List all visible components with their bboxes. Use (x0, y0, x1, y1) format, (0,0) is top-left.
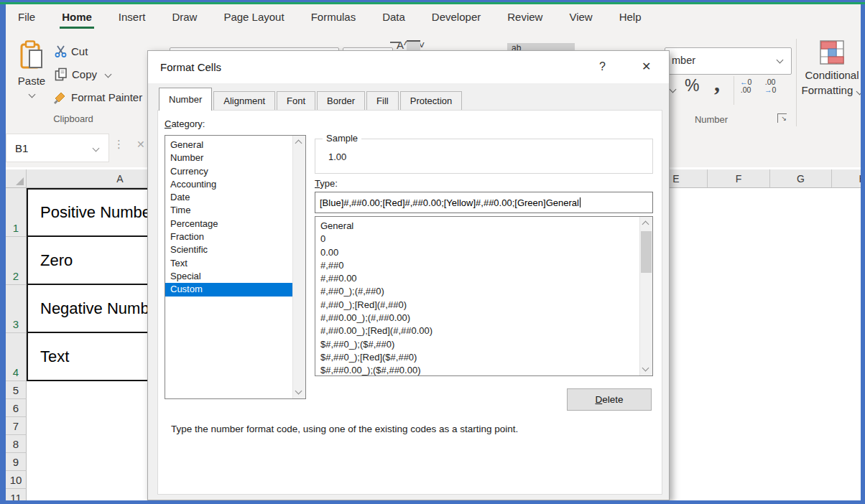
type-item[interactable]: General (315, 220, 652, 233)
dialog-title-bar[interactable]: Format Cells ? ✕ (148, 51, 669, 83)
type-scrollbar[interactable] (639, 217, 652, 375)
type-item[interactable]: 0 (315, 233, 652, 246)
row-header-1[interactable]: 1 (6, 188, 27, 237)
category-label: Category: (165, 118, 205, 129)
paste-dropdown-chevron-icon[interactable] (28, 91, 35, 98)
ribbon-tab-formulas[interactable]: Formulas (311, 11, 356, 23)
dialog-tab-font[interactable]: Font (277, 91, 315, 111)
type-item[interactable]: $#,##0.00_);($#,##0.00) (315, 364, 652, 376)
ribbon-tab-review[interactable]: Review (507, 11, 542, 23)
dialog-tab-number[interactable]: Number (159, 88, 212, 111)
decrease-decimal-button[interactable]: ←0 .00 (740, 78, 751, 94)
ribbon-tab-developer[interactable]: Developer (432, 11, 481, 23)
ribbon-tab-draw[interactable]: Draw (172, 11, 197, 23)
format-painter-button[interactable]: Format Painter (53, 90, 142, 104)
category-item[interactable]: Accounting (165, 178, 294, 191)
type-item[interactable]: $#,##0_);[Red]($#,##0) (315, 351, 652, 364)
ribbon-tab-page-layout[interactable]: Page Layout (223, 11, 284, 23)
category-item[interactable]: Currency (165, 165, 294, 178)
type-item[interactable]: #,##0.00 (315, 272, 652, 285)
paste-label: Paste (16, 75, 47, 87)
dialog-tab-alignment[interactable]: Alignment (213, 91, 275, 111)
category-item[interactable]: General (165, 139, 294, 151)
column-header-f[interactable]: F (708, 169, 770, 188)
dialog-tab-protection[interactable]: Protection (400, 91, 463, 111)
group-divider (796, 39, 797, 126)
ribbon-tab-help[interactable]: Help (619, 11, 642, 23)
ribbon-tab-data[interactable]: Data (382, 11, 405, 23)
delete-button[interactable]: Delete (567, 388, 652, 411)
ribbon-tab-insert[interactable]: Insert (119, 11, 146, 23)
type-item[interactable]: #,##0_);(#,##0) (315, 285, 652, 298)
type-item[interactable]: 0.00 (315, 246, 652, 259)
conditional-formatting-button[interactable]: Conditional Formatting (799, 40, 865, 98)
category-item[interactable]: Number (165, 151, 294, 164)
category-scrollbar[interactable] (292, 136, 305, 398)
type-item[interactable]: #,##0.00_);(#,##0.00) (315, 312, 652, 325)
scroll-down-icon[interactable] (295, 388, 302, 395)
ribbon-tab-home[interactable]: Home (62, 11, 92, 23)
row-header-3[interactable]: 3 (6, 285, 27, 333)
number-group-label: Number (675, 114, 747, 125)
dialog-tab-strip: Number Alignment Font Border Fill Protec… (159, 88, 463, 111)
dialog-help-button[interactable]: ? (599, 60, 606, 73)
row-header-9[interactable]: 9 (6, 453, 27, 471)
type-listbox[interactable]: General 0 0.00 #,##0 #,##0.00 #,##0_);(#… (315, 216, 653, 376)
type-item[interactable]: #,##0 (315, 259, 652, 272)
category-item-selected[interactable]: Custom (165, 283, 294, 296)
increase-decimal-button[interactable]: .00 →0 (764, 78, 776, 94)
category-item[interactable]: Special (165, 270, 294, 283)
copy-dropdown-chevron-icon[interactable] (105, 71, 112, 78)
paste-button[interactable]: Paste (16, 40, 47, 100)
scrollbar-thumb[interactable] (641, 231, 652, 273)
comma-style-button[interactable]: , (714, 70, 720, 97)
category-item[interactable]: Date (165, 191, 294, 204)
accounting-format-chevron-icon[interactable] (670, 86, 677, 93)
excel-window: File Home Insert Draw Page Layout Formul… (0, 0, 865, 504)
type-item[interactable]: $#,##0_);($#,##0) (315, 338, 652, 351)
category-item[interactable]: Scientific (165, 243, 294, 256)
row-header-4[interactable]: 4 (6, 333, 27, 381)
paste-clipboard-icon (19, 40, 45, 72)
number-format-dropdown[interactable]: mber (665, 47, 792, 75)
dialog-tab-fill[interactable]: Fill (366, 91, 399, 111)
copy-button[interactable]: Copy (55, 67, 111, 81)
ribbon-tab-file[interactable]: File (18, 11, 35, 23)
scroll-up-icon[interactable] (642, 221, 649, 228)
percent-style-button[interactable]: % (685, 76, 699, 95)
category-item[interactable]: Time (165, 204, 294, 217)
cut-button[interactable]: Cut (55, 45, 88, 57)
category-listbox[interactable]: General Number Currency Accounting Date … (165, 135, 306, 399)
row-header-6[interactable]: 6 (6, 399, 27, 417)
dialog-close-button[interactable]: ✕ (642, 60, 651, 73)
row-header-10[interactable]: 10 (6, 471, 27, 489)
formula-cancel-icon[interactable]: ✕ (137, 139, 145, 150)
row-header-7[interactable]: 7 (6, 417, 27, 435)
type-item[interactable]: #,##0_);[Red](#,##0) (315, 299, 652, 312)
ribbon-tab-bar: File Home Insert Draw Page Layout Formul… (18, 11, 642, 23)
conditional-formatting-label-1: Conditional (799, 67, 865, 83)
category-item[interactable]: Fraction (165, 230, 294, 243)
category-item[interactable]: Text (165, 257, 294, 270)
name-box-chevron-icon (93, 145, 100, 152)
select-all-corner[interactable] (6, 169, 27, 188)
number-dialog-launcher-icon[interactable]: ↘ (777, 113, 787, 123)
scroll-down-icon[interactable] (642, 365, 649, 372)
clipboard-group-label: Clipboard (43, 113, 103, 124)
column-header-g[interactable]: G (770, 169, 832, 188)
frame-left (0, 0, 6, 504)
row-header-8[interactable]: 8 (6, 435, 27, 453)
category-item[interactable]: Percentage (165, 218, 294, 230)
row-header-5[interactable]: 5 (6, 381, 27, 399)
scroll-up-icon[interactable] (295, 140, 302, 147)
workbook-area: File Home Insert Draw Page Layout Formul… (0, 0, 865, 504)
number-format-chevron-icon (777, 57, 784, 64)
type-input[interactable]: [Blue]#,##0.00;[Red]#,##0.00;[Yellow]#,#… (315, 192, 653, 213)
row-header-2[interactable]: 2 (6, 237, 27, 285)
dialog-tab-border[interactable]: Border (317, 91, 365, 111)
type-item[interactable]: #,##0.00_);[Red](#,##0.00) (315, 325, 652, 337)
name-box-value: B1 (6, 142, 28, 154)
ribbon-tab-view[interactable]: View (569, 11, 592, 23)
name-box[interactable]: B1 (6, 134, 109, 162)
name-box-splitter-icon[interactable]: ⋮ (114, 138, 124, 151)
